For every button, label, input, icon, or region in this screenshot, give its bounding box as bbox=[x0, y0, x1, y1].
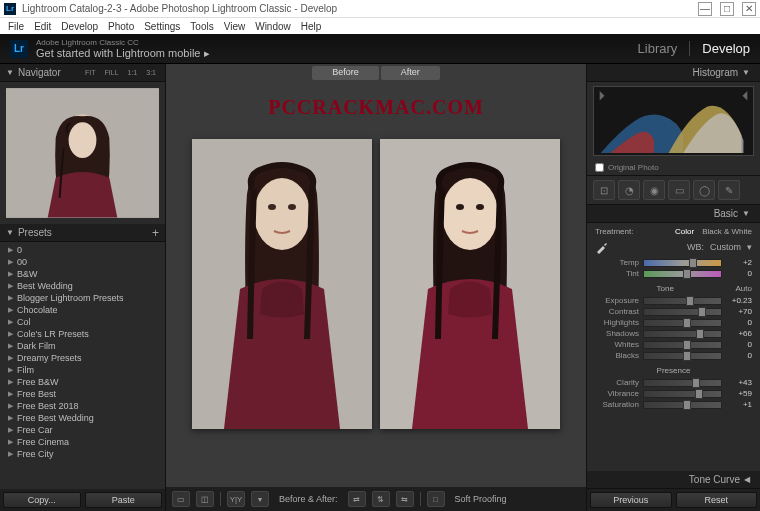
saturation-value[interactable]: +1 bbox=[726, 400, 752, 409]
nav-mode-1to1[interactable]: 1:1 bbox=[125, 68, 141, 77]
preset-folder[interactable]: ▶Cole's LR Presets bbox=[0, 328, 165, 340]
preset-folder[interactable]: ▶Film bbox=[0, 364, 165, 376]
eyedropper-icon[interactable] bbox=[595, 240, 609, 254]
reset-button[interactable]: Reset bbox=[676, 492, 758, 508]
preset-folder[interactable]: ▶Dreamy Presets bbox=[0, 352, 165, 364]
original-photo-checkbox[interactable] bbox=[595, 163, 604, 172]
soft-proof-toggle[interactable]: □ bbox=[427, 491, 445, 507]
auto-button[interactable]: Auto bbox=[736, 284, 752, 293]
menu-window[interactable]: Window bbox=[251, 21, 295, 32]
menu-develop[interactable]: Develop bbox=[57, 21, 102, 32]
treatment-color[interactable]: Color bbox=[675, 227, 694, 236]
menu-help[interactable]: Help bbox=[297, 21, 326, 32]
menu-settings[interactable]: Settings bbox=[140, 21, 184, 32]
dropdown-icon[interactable]: ▾ bbox=[251, 491, 269, 507]
crop-tool-icon[interactable]: ⊡ bbox=[593, 180, 615, 200]
redeye-tool-icon[interactable]: ◉ bbox=[643, 180, 665, 200]
preset-folder[interactable]: ▶0 bbox=[0, 244, 165, 256]
blacks-slider[interactable] bbox=[643, 352, 722, 360]
radial-filter-icon[interactable]: ◯ bbox=[693, 180, 715, 200]
preset-folder[interactable]: ▶B&W bbox=[0, 268, 165, 280]
adjustment-brush-icon[interactable]: ✎ bbox=[718, 180, 740, 200]
add-preset-icon[interactable]: + bbox=[152, 226, 159, 240]
whites-value[interactable]: 0 bbox=[726, 340, 752, 349]
temp-value[interactable]: +2 bbox=[726, 258, 752, 267]
vibrance-value[interactable]: +59 bbox=[726, 389, 752, 398]
highlights-slider[interactable] bbox=[643, 319, 722, 327]
tint-value[interactable]: 0 bbox=[726, 269, 752, 278]
temp-slider[interactable] bbox=[643, 259, 722, 267]
slider-thumb[interactable] bbox=[696, 329, 704, 339]
highlights-value[interactable]: 0 bbox=[726, 318, 752, 327]
slider-thumb[interactable] bbox=[689, 258, 697, 268]
before-after-swap-icon[interactable]: Y|Y bbox=[227, 491, 245, 507]
ba-mode-3-icon[interactable]: ⇆ bbox=[396, 491, 414, 507]
preset-folder[interactable]: ▶Free Best 2018 bbox=[0, 400, 165, 412]
previous-button[interactable]: Previous bbox=[590, 492, 672, 508]
tint-slider[interactable] bbox=[643, 270, 722, 278]
slider-thumb[interactable] bbox=[692, 378, 700, 388]
compare-view-icon[interactable]: ◫ bbox=[196, 491, 214, 507]
copy-button[interactable]: Copy... bbox=[3, 492, 81, 508]
minimize-button[interactable]: — bbox=[698, 2, 712, 16]
menu-photo[interactable]: Photo bbox=[104, 21, 138, 32]
slider-thumb[interactable] bbox=[683, 269, 691, 279]
vibrance-slider[interactable] bbox=[643, 390, 722, 398]
mobile-tagline[interactable]: Get started with Lightroom mobile ▸ bbox=[36, 47, 210, 60]
nav-mode-3to1[interactable]: 3:1 bbox=[143, 68, 159, 77]
module-develop[interactable]: Develop bbox=[702, 41, 750, 56]
after-image[interactable] bbox=[380, 139, 560, 429]
navigator-preview[interactable] bbox=[6, 88, 159, 218]
saturation-slider[interactable] bbox=[643, 401, 722, 409]
module-library[interactable]: Library bbox=[638, 41, 678, 56]
nav-mode-fill[interactable]: FILL bbox=[102, 68, 122, 77]
loupe-view-icon[interactable]: ▭ bbox=[172, 491, 190, 507]
slider-thumb[interactable] bbox=[686, 296, 694, 306]
preset-folder[interactable]: ▶Best Wedding bbox=[0, 280, 165, 292]
shadows-value[interactable]: +66 bbox=[726, 329, 752, 338]
histogram-header[interactable]: Histogram ▼ bbox=[587, 64, 760, 82]
exposure-slider[interactable] bbox=[643, 297, 722, 305]
shadows-slider[interactable] bbox=[643, 330, 722, 338]
slider-thumb[interactable] bbox=[683, 318, 691, 328]
histogram-display[interactable] bbox=[593, 86, 754, 156]
contrast-value[interactable]: +70 bbox=[726, 307, 752, 316]
preset-folder[interactable]: ▶Chocolate bbox=[0, 304, 165, 316]
preset-folder[interactable]: ▶Free Car bbox=[0, 424, 165, 436]
menu-view[interactable]: View bbox=[220, 21, 250, 32]
preset-folder[interactable]: ▶Free City bbox=[0, 448, 165, 460]
ba-mode-1-icon[interactable]: ⇄ bbox=[348, 491, 366, 507]
preset-folder[interactable]: ▶Blogger Lightroom Presets bbox=[0, 292, 165, 304]
basic-header[interactable]: Basic ▼ bbox=[587, 205, 760, 223]
graduated-filter-icon[interactable]: ▭ bbox=[668, 180, 690, 200]
blacks-value[interactable]: 0 bbox=[726, 351, 752, 360]
preset-folder[interactable]: ▶Free Cinema bbox=[0, 436, 165, 448]
exposure-value[interactable]: +0.23 bbox=[726, 296, 752, 305]
wb-value[interactable]: Custom bbox=[710, 242, 741, 252]
slider-thumb[interactable] bbox=[683, 351, 691, 361]
clarity-value[interactable]: +43 bbox=[726, 378, 752, 387]
preset-folder[interactable]: ▶Col bbox=[0, 316, 165, 328]
menu-tools[interactable]: Tools bbox=[186, 21, 217, 32]
nav-mode-fit[interactable]: FIT bbox=[82, 68, 99, 77]
menu-edit[interactable]: Edit bbox=[30, 21, 55, 32]
close-button[interactable]: ✕ bbox=[742, 2, 756, 16]
preset-folder[interactable]: ▶00 bbox=[0, 256, 165, 268]
spot-removal-icon[interactable]: ◔ bbox=[618, 180, 640, 200]
slider-thumb[interactable] bbox=[698, 307, 706, 317]
dropdown-icon[interactable]: ▾ bbox=[747, 242, 752, 252]
clarity-slider[interactable] bbox=[643, 379, 722, 387]
slider-thumb[interactable] bbox=[683, 400, 691, 410]
preset-folder[interactable]: ▶Dark Film bbox=[0, 340, 165, 352]
treatment-bw[interactable]: Black & White bbox=[702, 227, 752, 236]
contrast-slider[interactable] bbox=[643, 308, 722, 316]
menu-file[interactable]: File bbox=[4, 21, 28, 32]
tone-curve-header[interactable]: Tone Curve ◀ bbox=[587, 471, 760, 489]
preset-folder[interactable]: ▶Free Best Wedding bbox=[0, 412, 165, 424]
preset-folder[interactable]: ▶Free Best bbox=[0, 388, 165, 400]
ba-mode-2-icon[interactable]: ⇅ bbox=[372, 491, 390, 507]
maximize-button[interactable]: □ bbox=[720, 2, 734, 16]
whites-slider[interactable] bbox=[643, 341, 722, 349]
preset-folder[interactable]: ▶Free B&W bbox=[0, 376, 165, 388]
presets-header[interactable]: ▼ Presets + bbox=[0, 224, 165, 242]
